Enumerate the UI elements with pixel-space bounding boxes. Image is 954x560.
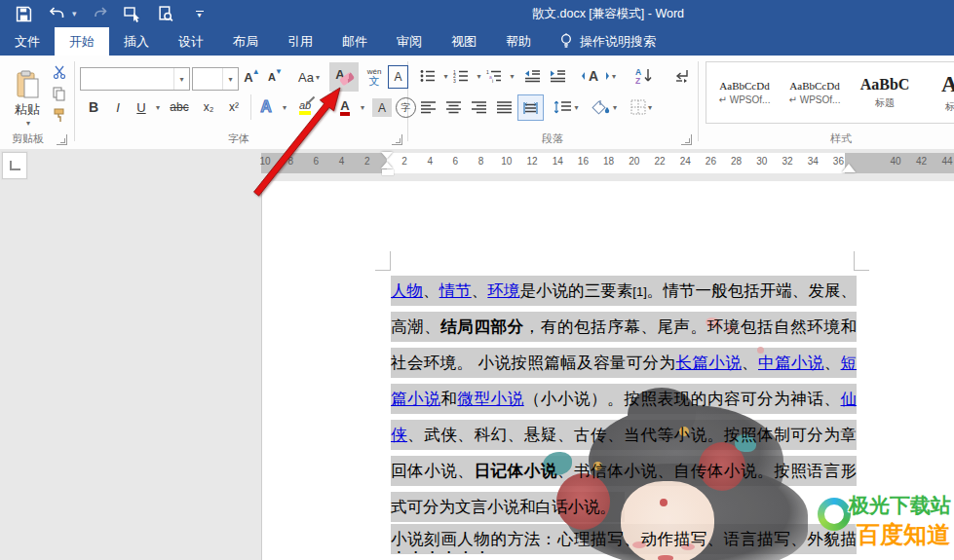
enclose-characters-button[interactable]: 字 bbox=[396, 97, 416, 118]
tab-引用[interactable]: 引用 bbox=[273, 27, 327, 56]
highlight-dropdown-icon[interactable]: ▾ bbox=[322, 96, 333, 118]
underline-button[interactable]: U bbox=[133, 96, 150, 118]
highlight-color-button[interactable]: ab bbox=[292, 96, 318, 118]
font-dialog-launcher-icon[interactable] bbox=[392, 134, 402, 145]
asian-layout-button[interactable]: A ▾ bbox=[581, 63, 616, 89]
paste-dropdown-icon[interactable]: ▾ bbox=[26, 119, 30, 128]
hyperlink[interactable]: 侠 bbox=[391, 426, 407, 443]
character-shading-button[interactable]: A bbox=[372, 98, 392, 117]
hyperlink[interactable]: 微型小说 bbox=[457, 390, 523, 407]
character-border-button[interactable]: A bbox=[388, 65, 408, 89]
hanging-indent-marker[interactable] bbox=[381, 162, 393, 168]
borders-icon[interactable]: ▾ bbox=[628, 96, 655, 118]
copy-icon[interactable] bbox=[49, 85, 70, 102]
hyperlink[interactable]: 情节 bbox=[439, 281, 472, 299]
italic-button[interactable]: I bbox=[109, 96, 127, 118]
hyperlink[interactable]: 中篇小说 bbox=[758, 354, 824, 371]
styles-group-label: 样式 bbox=[830, 131, 852, 146]
style-item[interactable]: Aa标题 bbox=[921, 62, 954, 123]
tab-插入[interactable]: 插入 bbox=[109, 27, 164, 56]
align-right-icon[interactable] bbox=[468, 96, 489, 118]
first-line-indent-marker[interactable] bbox=[381, 152, 393, 159]
document-text-line[interactable]: 侠、武侠、科幻、悬疑、古传、当代等小说。按照体制可分为章 bbox=[391, 420, 857, 450]
multilevel-dropdown-icon[interactable]: ▾ bbox=[507, 65, 517, 87]
cut-icon[interactable] bbox=[49, 63, 70, 81]
superscript-button[interactable]: x² bbox=[222, 96, 246, 118]
text-effects-dropdown-icon[interactable]: ▾ bbox=[279, 96, 290, 118]
hyperlink[interactable]: 篇小说 bbox=[391, 390, 440, 407]
font-color-button[interactable]: A bbox=[335, 96, 355, 118]
multilevel-list-icon[interactable]: 1ai bbox=[483, 65, 505, 87]
undo-dropdown-icon[interactable]: ▾ bbox=[72, 9, 77, 19]
save-icon[interactable] bbox=[14, 4, 33, 23]
document-text-line[interactable]: 篇小说和微型小说（小小说）。按照表现的内容可分为神话、仙 bbox=[391, 384, 857, 414]
font-size-combobox[interactable]: ▾ bbox=[192, 67, 239, 91]
tab-file[interactable]: 文件 bbox=[0, 27, 55, 56]
paste-button[interactable]: 粘贴 ▾ bbox=[6, 60, 49, 136]
clipboard-dialog-launcher-icon[interactable] bbox=[57, 134, 67, 145]
tab-审阅[interactable]: 审阅 bbox=[382, 27, 437, 56]
crop-mark-top-left bbox=[390, 251, 391, 271]
style-item[interactable]: AaBbCcDd↵ WPSOf... bbox=[710, 62, 779, 123]
decrease-indent-icon[interactable] bbox=[520, 65, 544, 87]
phonetic-guide-button[interactable]: wén 文 bbox=[363, 62, 386, 92]
font-size-dropdown-icon[interactable]: ▾ bbox=[222, 68, 238, 90]
bold-button[interactable]: B bbox=[84, 96, 103, 118]
bullets-icon[interactable] bbox=[417, 65, 439, 87]
tab-stop-selector[interactable] bbox=[2, 152, 27, 179]
tab-帮助[interactable]: 帮助 bbox=[491, 27, 546, 56]
increase-indent-icon[interactable] bbox=[546, 65, 569, 87]
subscript-button[interactable]: x₂ bbox=[197, 96, 220, 118]
align-center-icon[interactable] bbox=[442, 96, 464, 118]
show-hide-marks-icon[interactable] bbox=[670, 63, 694, 89]
shrink-font-button[interactable]: A▼ bbox=[265, 65, 286, 89]
tab-设计[interactable]: 设计 bbox=[164, 27, 218, 56]
tab-视图[interactable]: 视图 bbox=[437, 27, 491, 56]
paragraph-dialog-launcher-icon[interactable] bbox=[681, 134, 692, 145]
hyperlink[interactable]: 环境 bbox=[487, 281, 519, 299]
hyperlink[interactable]: 长篇小说 bbox=[675, 354, 742, 371]
style-item[interactable]: AaBbC标题 bbox=[851, 62, 919, 123]
document-text-line[interactable]: 回体小说、日记体小说、书信体小说、自传体小说。按照语言形 bbox=[391, 456, 857, 486]
hyperlink[interactable]: 仙 bbox=[841, 390, 858, 407]
shading-bucket-icon[interactable]: ▾ bbox=[591, 96, 618, 118]
grow-font-button[interactable]: A▲ bbox=[242, 65, 263, 89]
text-effects-button[interactable]: A bbox=[255, 96, 277, 118]
document-text-line[interactable]: 高潮、结局四部分，有的包括序幕、尾声。环境包括自然环境和 bbox=[391, 312, 857, 342]
style-item[interactable]: AaBbCcDd↵ WPSOf... bbox=[781, 62, 849, 123]
font-color-dropdown-icon[interactable]: ▾ bbox=[357, 96, 368, 118]
justify-icon[interactable] bbox=[493, 96, 515, 118]
font-name-combobox[interactable]: ▾ bbox=[80, 67, 190, 91]
print-preview-icon[interactable] bbox=[157, 4, 176, 23]
numbering-icon[interactable]: 123 bbox=[450, 65, 472, 87]
font-name-dropdown-icon[interactable]: ▾ bbox=[173, 68, 189, 90]
tell-me-box[interactable]: 操作说明搜索 bbox=[546, 27, 656, 56]
customize-qat-icon[interactable]: ▾ bbox=[190, 4, 210, 23]
undo-icon[interactable] bbox=[47, 4, 66, 23]
tab-邮件[interactable]: 邮件 bbox=[327, 27, 382, 56]
align-left-icon[interactable] bbox=[417, 96, 439, 118]
underline-dropdown-icon[interactable]: ▾ bbox=[152, 96, 164, 118]
body-text: 、 bbox=[742, 354, 758, 371]
document-page[interactable]: 人物、情节、环境是小说的三要素[1]。情节一般包括开端、发展、高潮、结局四部分，… bbox=[261, 181, 954, 560]
strikethrough-button[interactable]: abc bbox=[166, 96, 193, 118]
right-indent-marker[interactable] bbox=[842, 164, 856, 172]
document-text-line[interactable]: 式可分为文言小说和白话小说。 bbox=[391, 492, 857, 522]
left-indent-marker[interactable] bbox=[382, 169, 394, 175]
clear-formatting-button[interactable]: A bbox=[329, 62, 359, 92]
tab-布局[interactable]: 布局 bbox=[218, 27, 273, 56]
document-text-line[interactable]: 社会环境。 小说按照篇幅及容量可分为长篇小说、中篇小说、短 bbox=[391, 348, 857, 378]
distribute-text-icon[interactable] bbox=[517, 94, 544, 121]
document-text-line[interactable]: 人物、情节、环境是小说的三要素[1]。情节一般包括开端、发展、 bbox=[391, 276, 857, 306]
sort-icon[interactable]: AZ bbox=[631, 63, 659, 89]
touch-mouse-mode-icon[interactable] bbox=[124, 4, 143, 23]
line-spacing-icon[interactable]: ▾ bbox=[553, 96, 579, 118]
ruler-number: 8 bbox=[287, 156, 293, 167]
document-text-line[interactable]: 小说刻画人物的方法：心理描写、动作描写、语言描写、外貌描 bbox=[391, 524, 857, 554]
format-painter-icon[interactable] bbox=[49, 106, 70, 124]
hyperlink[interactable]: 人物 bbox=[391, 281, 423, 299]
watermark-brand-name: 百度知道 bbox=[857, 519, 950, 550]
tab-开始[interactable]: 开始 bbox=[55, 27, 109, 56]
hyperlink[interactable]: 短 bbox=[841, 354, 858, 371]
change-case-button[interactable]: Aa▾ bbox=[292, 65, 325, 89]
